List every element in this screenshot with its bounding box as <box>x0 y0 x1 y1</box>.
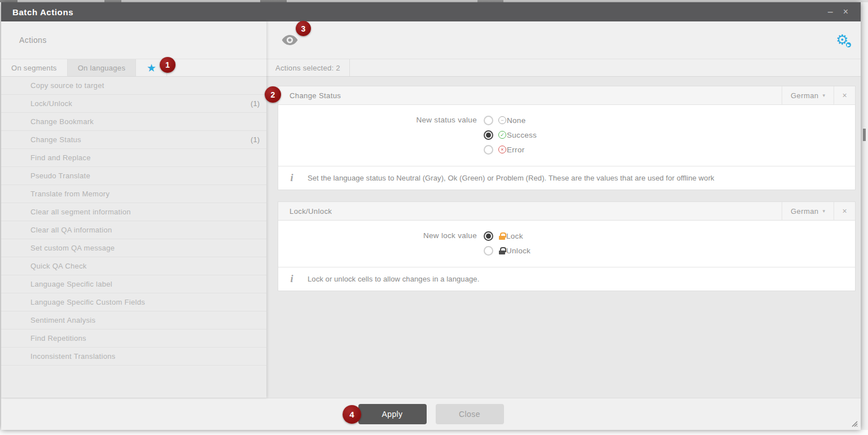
action-list-item[interactable]: Clear all segment information <box>1 203 266 221</box>
tab-bar-filler <box>350 59 861 76</box>
tab-actions-selected[interactable]: Actions selected: 2 <box>266 59 350 76</box>
action-item-label: Set custom QA message <box>1 244 115 252</box>
play-badge-icon: ▶ <box>845 41 852 49</box>
panel-lock-unlock-header: Lock/Unlock German ▾ × <box>278 202 855 221</box>
close-icon[interactable]: × <box>843 7 848 16</box>
apply-button[interactable]: Apply <box>358 404 427 424</box>
dialog-footer: Apply Close <box>1 398 861 430</box>
action-item-count: (1) <box>251 99 266 108</box>
action-list-item[interactable]: Sentiment Analysis <box>1 311 266 329</box>
panel-title: Lock/Unlock <box>278 207 332 216</box>
dialog-body: Actions On segments On languages ★ Copy … <box>1 21 861 398</box>
radio-button[interactable] <box>484 246 493 256</box>
action-item-label: Change Status <box>1 135 81 144</box>
radio-button[interactable] <box>484 116 493 125</box>
action-list-item[interactable]: Quick QA Check <box>1 257 266 275</box>
action-item-label: Language Specific label <box>1 280 112 288</box>
action-item-label: Pseudo Translate <box>1 172 90 180</box>
actions-selected-label: Actions selected: 2 <box>275 64 340 72</box>
option-row[interactable]: ×Error <box>484 142 537 157</box>
language-dropdown[interactable]: German ▾ <box>782 86 834 104</box>
minimize-icon[interactable]: – <box>828 7 833 16</box>
run-settings-gear-icon[interactable]: ⚙ ▶ <box>836 33 851 49</box>
action-list-item[interactable]: Inconsistent Translations <box>1 348 266 366</box>
annotation-badge-3: 3 <box>296 21 311 36</box>
panel-close-icon[interactable]: × <box>834 202 855 220</box>
status-success-icon: ✓ <box>498 131 506 139</box>
status-options: −None✓Success×Error <box>484 113 537 157</box>
annotation-badge-1: 1 <box>160 57 176 73</box>
action-item-label: Translate from Memory <box>1 190 109 198</box>
field-row: New lock value LockUnlock <box>278 229 855 258</box>
lock-unlocked-icon <box>499 247 505 254</box>
language-dropdown-value: German <box>791 207 818 216</box>
action-item-label: Find and Replace <box>1 153 91 162</box>
selected-actions-tab-bar: Actions selected: 2 <box>266 59 861 77</box>
lock-locked-icon <box>499 232 505 240</box>
field-label: New lock value <box>278 229 484 243</box>
selected-actions-content: Change Status German ▾ × New status valu… <box>266 77 861 398</box>
radio-button[interactable] <box>484 231 493 241</box>
action-item-label: Language Specific Custom Fields <box>1 298 145 306</box>
main-panel: ⚙ ▶ Actions selected: 2 Change Status Ge… <box>266 21 861 398</box>
action-item-label: Clear all QA information <box>1 226 112 234</box>
panel-body: New status value −None✓Success×Error <box>278 105 855 166</box>
action-item-label: Find Repetitions <box>1 334 86 342</box>
option-label: None <box>507 116 525 125</box>
option-row[interactable]: ✓Success <box>484 128 537 142</box>
sidebar-tab-bar: On segments On languages ★ <box>1 59 266 77</box>
action-list-item[interactable]: Language Specific Custom Fields <box>1 293 266 311</box>
radio-button[interactable] <box>484 130 493 140</box>
action-list-item[interactable]: Copy source to target <box>1 77 266 95</box>
annotation-badge-4: 4 <box>343 405 361 424</box>
window-controls: – × <box>828 7 861 16</box>
preview-eye-icon[interactable] <box>281 34 299 49</box>
panel-change-status: Change Status German ▾ × New status valu… <box>278 86 856 190</box>
background-scrollbar-thumb <box>863 129 866 141</box>
action-item-label: Copy source to target <box>1 81 104 90</box>
action-list-item[interactable]: Clear all QA information <box>1 221 266 239</box>
background-app-sliver-bottom <box>0 430 868 435</box>
action-list-item[interactable]: Change Bookmark <box>1 113 266 131</box>
close-button[interactable]: Close <box>436 404 504 424</box>
panel-info-text: Set the language status to Neutral (Gray… <box>308 174 714 182</box>
action-list-item[interactable]: Find Repetitions <box>1 329 266 348</box>
panel-info-row: i Set the language status to Neutral (Gr… <box>278 166 855 190</box>
option-row[interactable]: Lock <box>484 229 531 243</box>
action-list-item[interactable]: Translate from Memory <box>1 185 266 203</box>
panel-body: New lock value LockUnlock <box>278 221 855 267</box>
action-list-item[interactable]: Pseudo Translate <box>1 167 266 185</box>
panel-change-status-header: Change Status German ▾ × <box>278 86 855 105</box>
tab-bar-filler <box>167 59 266 76</box>
language-dropdown[interactable]: German ▾ <box>782 202 834 220</box>
action-list-item[interactable]: Change Status(1) <box>1 131 266 149</box>
option-label: Unlock <box>506 247 531 255</box>
dialog-title: Batch Actions <box>1 7 73 17</box>
action-list-item[interactable]: Find and Replace <box>1 149 266 167</box>
main-toolbar: ⚙ ▶ <box>266 21 861 59</box>
radio-button[interactable] <box>484 145 493 155</box>
tab-on-languages-label: On languages <box>78 64 126 72</box>
tab-on-segments[interactable]: On segments <box>1 59 68 76</box>
action-item-label: Inconsistent Translations <box>1 352 116 361</box>
status-error-icon: × <box>498 146 506 153</box>
panel-title: Change Status <box>278 91 341 100</box>
action-item-label: Quick QA Check <box>1 262 87 270</box>
field-label: New status value <box>278 113 484 128</box>
action-list-item[interactable]: Set custom QA message <box>1 239 266 257</box>
action-item-label: Lock/Unlock <box>1 99 72 108</box>
option-label: Lock <box>506 232 523 240</box>
action-list-item[interactable]: Lock/Unlock(1) <box>1 95 266 113</box>
action-list-item[interactable]: Language Specific label <box>1 275 266 293</box>
resize-grip[interactable] <box>850 419 858 427</box>
option-label: Error <box>507 146 525 154</box>
sidebar-header-label: Actions <box>1 36 47 45</box>
chevron-down-icon: ▾ <box>822 208 825 214</box>
chevron-down-icon: ▾ <box>822 93 825 98</box>
panel-close-icon[interactable]: × <box>834 86 855 104</box>
action-item-label: Clear all segment information <box>1 208 131 216</box>
tab-on-languages[interactable]: On languages <box>68 59 137 76</box>
option-row[interactable]: Unlock <box>484 243 531 258</box>
option-row[interactable]: −None <box>484 113 537 128</box>
action-list: Copy source to targetLock/Unlock(1)Chang… <box>1 77 266 398</box>
